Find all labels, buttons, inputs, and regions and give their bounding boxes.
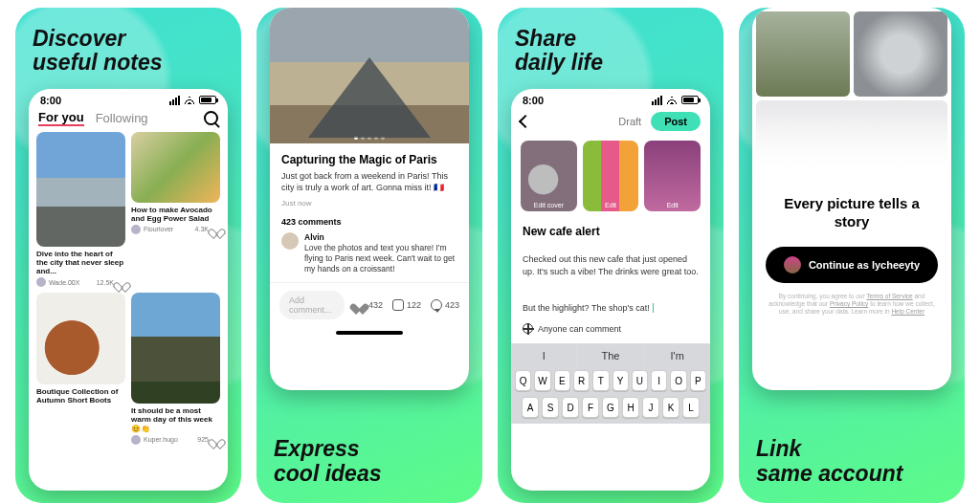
comments-header: 423 comments (270, 213, 469, 232)
predictive-row[interactable]: I The I'm (511, 343, 710, 367)
key[interactable]: F (582, 397, 599, 418)
comments-button[interactable]: 423 (431, 299, 459, 311)
key[interactable]: U (632, 370, 648, 391)
key[interactable]: W (534, 370, 550, 391)
key[interactable]: L (682, 397, 700, 418)
card-user: Flourlover (144, 226, 173, 232)
heart-icon (354, 299, 366, 311)
wifi-icon (184, 96, 195, 104)
legal-link-help[interactable]: Help Center (891, 308, 924, 315)
feed-card[interactable]: It should be a most warm day of this wee… (131, 293, 220, 445)
card-thumb (36, 293, 125, 384)
key[interactable]: O (670, 370, 686, 391)
media-label: Edit (667, 202, 679, 208)
feed-card[interactable]: Dive into the heart of the city that nev… (36, 132, 125, 288)
key-row: ASDFGHJKL (511, 394, 710, 421)
globe-icon (523, 323, 533, 334)
keyboard[interactable]: I The I'm QWERTYUIOP ASDFGHJKL (511, 343, 710, 424)
post-hero-image[interactable] (270, 8, 469, 143)
predict-item[interactable]: I (511, 344, 577, 367)
card-thumb (131, 293, 220, 404)
media-thumb[interactable]: Edit (644, 141, 701, 211)
card-thumb (36, 132, 125, 247)
legal-link-privacy[interactable]: Privacy Policy (830, 300, 868, 307)
predict-item[interactable]: The (577, 344, 644, 367)
feed-column: It should be a most warm day of this wee… (131, 293, 220, 445)
avatar (131, 435, 141, 445)
post-title: Capturing the Magic of Paris (270, 143, 469, 170)
carousel-dots[interactable] (354, 136, 385, 140)
collage-fade (752, 113, 951, 189)
key[interactable]: R (573, 370, 590, 391)
media-thumb[interactable]: Edit (583, 141, 639, 211)
legal-text: By continuing, you agree to our Terms of… (752, 293, 951, 324)
key[interactable]: T (592, 370, 609, 391)
headline-express: Express cool ideas (256, 424, 482, 503)
panel-share: Share daily life 8:00 Draft Post Edit co… (498, 8, 724, 503)
phone-feed: 8:00 For you Following Dive into the hea… (29, 89, 228, 491)
search-icon[interactable] (204, 111, 218, 125)
comment-text: Love the photos and text you share! I'm … (304, 243, 455, 273)
key[interactable]: A (522, 397, 539, 418)
card-caption: Boutique Collection of Autumn Short Boot… (36, 387, 125, 405)
avatar (281, 232, 299, 250)
compose-body[interactable]: Checked out this new cafe that just open… (511, 242, 710, 315)
legal-part: By continuing, you agree to our (779, 293, 867, 299)
battery-icon (199, 96, 216, 104)
avatar (131, 225, 141, 234)
card-thumb (131, 132, 220, 203)
panel-discover: Discover useful notes 8:00 For you Follo… (15, 8, 241, 503)
card-likes: 12.5K (97, 279, 114, 286)
comments-count: 423 (445, 300, 459, 310)
key[interactable]: D (562, 397, 579, 418)
save-button[interactable]: 122 (392, 299, 421, 311)
continue-button[interactable]: Continue as lycheeyty (766, 247, 938, 283)
feed-grid: Dive into the heart of the city that nev… (29, 132, 228, 452)
permission-row[interactable]: Anyone can comment (511, 314, 710, 343)
key-row: QWERTYUIOP (511, 367, 710, 394)
key[interactable]: J (642, 397, 659, 418)
headline-link: Link same account (739, 424, 965, 503)
phone-compose: 8:00 Draft Post Edit cover Edit Edit New… (511, 89, 710, 491)
heart-icon[interactable] (212, 435, 220, 444)
comment-author: Alvin (304, 232, 324, 242)
key[interactable]: E (554, 370, 570, 391)
battery-icon (681, 96, 699, 104)
phone-onboard: Every picture tells a story Continue as … (752, 8, 951, 390)
heart-icon[interactable] (117, 278, 125, 287)
comment-item[interactable]: Alvin Love the photos and text you share… (270, 232, 469, 282)
feed-card[interactable]: Boutique Collection of Autumn Short Boot… (36, 293, 125, 445)
like-button[interactable]: 432 (354, 299, 383, 311)
collage-image (854, 11, 947, 97)
legal-link-terms[interactable]: Terms of Service (866, 293, 912, 299)
avatar (36, 277, 46, 287)
photo-collage (752, 8, 951, 189)
tab-for-you[interactable]: For you (38, 110, 84, 126)
compose-title[interactable]: New cafe alert (511, 217, 710, 242)
bookmark-icon (392, 299, 404, 311)
key[interactable]: Y (612, 370, 629, 391)
back-icon[interactable] (519, 115, 532, 128)
key[interactable]: S (542, 397, 559, 418)
home-indicator (336, 331, 403, 335)
post-button[interactable]: Post (651, 112, 701, 131)
post-body: Just got back from a weekend in Paris! T… (270, 170, 469, 193)
key[interactable]: H (622, 397, 639, 418)
status-time: 8:00 (523, 95, 544, 106)
card-likes: 4.3K (195, 226, 209, 232)
predict-item[interactable]: I'm (643, 344, 710, 367)
key[interactable]: P (690, 370, 706, 391)
key[interactable]: I (651, 370, 667, 391)
tab-following[interactable]: Following (96, 111, 148, 125)
add-comment-input[interactable]: Add comment... (279, 291, 345, 319)
feed-card[interactable]: How to make Avocado and Egg Power Salad … (131, 132, 220, 288)
draft-button[interactable]: Draft (618, 116, 641, 127)
media-thumb[interactable]: Edit cover (521, 141, 577, 211)
status-bar: 8:00 (511, 89, 710, 108)
key[interactable]: G (602, 397, 619, 418)
key[interactable]: Q (515, 370, 531, 391)
heart-icon[interactable] (212, 225, 220, 233)
save-count: 122 (407, 300, 421, 310)
key[interactable]: K (662, 397, 679, 418)
compose-line1: Checked out this new cafe that just open… (523, 254, 699, 276)
